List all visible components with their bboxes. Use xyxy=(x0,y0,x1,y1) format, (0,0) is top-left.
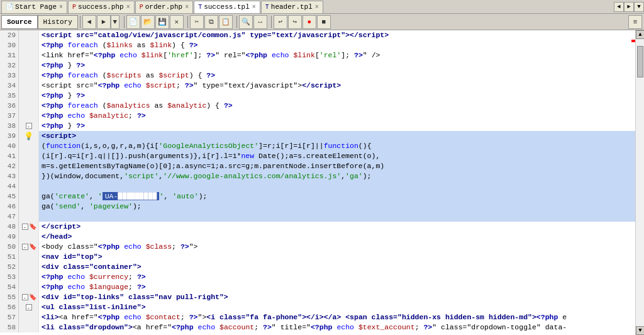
icon-gutter-cell xyxy=(19,171,39,181)
tab-close-order-php[interactable]: × xyxy=(185,4,189,11)
code-line[interactable]: <?php } ?> xyxy=(39,91,635,101)
fold-icon[interactable]: - xyxy=(22,294,28,300)
save-file-button[interactable]: 💾 xyxy=(155,15,169,29)
forward-button[interactable]: ► xyxy=(97,15,111,29)
code-line[interactable]: <script> xyxy=(39,131,635,141)
open-file-button[interactable]: 📂 xyxy=(141,15,155,29)
tab-close-success-php[interactable]: × xyxy=(126,4,130,11)
stop-button[interactable]: ■ xyxy=(317,15,331,29)
line-number: 40 xyxy=(0,141,19,151)
code-line[interactable]: <?php } ?> xyxy=(39,121,635,131)
bulb-icon[interactable]: 💡 xyxy=(24,132,33,141)
icon-gutter-cell: -🔖 xyxy=(19,242,39,252)
scroll-up-arrow[interactable]: ▲ xyxy=(636,30,644,39)
code-line[interactable]: })(window,document,'script','//www.googl… xyxy=(39,171,635,181)
icon-gutter-cell xyxy=(19,161,39,171)
settings-button[interactable]: ≡ xyxy=(628,15,642,29)
icon-gutter-cell xyxy=(19,252,39,262)
table-row: 32 <?php } ?> xyxy=(0,60,635,71)
toolbar-sep-3 xyxy=(187,16,188,28)
line-number: 52 xyxy=(0,262,19,272)
code-line[interactable]: <?php echo $language; ?> xyxy=(39,282,635,292)
table-row: 37 <?php echo $analytic; ?> xyxy=(0,111,635,121)
code-line[interactable]: <li class="dropdown"><a href="<?php echo… xyxy=(39,322,635,332)
history-button[interactable]: History xyxy=(38,15,78,29)
code-line[interactable]: <?php echo $analytic; ?> xyxy=(39,111,635,121)
code-line[interactable]: m=s.getElementsByTagName(o)[0];a.async=1… xyxy=(39,161,635,171)
table-row: 55-🔖 <div id="top-links" class="nav pull… xyxy=(0,292,635,302)
line-number: 36 xyxy=(0,101,19,111)
bookmark-icon[interactable]: 🔖 xyxy=(29,293,36,301)
code-line[interactable]: <link href="<?php echo $link['href']; ?>… xyxy=(39,50,635,60)
table-row: 41 (i[r].q=i[r].q||[]).push(arguments)},… xyxy=(0,151,635,161)
line-number: 29 xyxy=(0,30,19,40)
code-line[interactable]: <ul class="list-inline"> xyxy=(39,302,635,312)
code-line[interactable]: <nav id="top"> xyxy=(39,252,635,262)
code-line[interactable] xyxy=(39,181,635,191)
replace-button[interactable]: ↔ xyxy=(253,15,267,29)
icon-gutter-cell xyxy=(19,202,39,212)
scroll-thumb[interactable] xyxy=(637,46,643,77)
tab-start-page[interactable]: 📄 Start Page × xyxy=(1,1,67,13)
line-number: 32 xyxy=(0,60,19,71)
code-line[interactable]: <div id="top-links" class="nav pull-righ… xyxy=(39,292,635,302)
code-line[interactable]: <script src="<?php echo $script; ?>" typ… xyxy=(39,81,635,91)
tab-success-tpl[interactable]: T success.tpl × xyxy=(194,1,260,13)
close-file-button[interactable]: ✕ xyxy=(170,15,184,29)
code-line[interactable] xyxy=(39,212,635,222)
cut-button[interactable]: ✂ xyxy=(190,15,204,29)
code-line[interactable]: </script> xyxy=(39,222,635,232)
paste-button[interactable]: 📋 xyxy=(219,15,233,29)
scroll-down-arrow[interactable]: ▼ xyxy=(636,326,644,335)
code-line[interactable]: <li><a href="<?php echo $contact; ?>"><i… xyxy=(39,312,635,322)
code-line[interactable]: ga('create', 'UA-█████████', 'auto'); xyxy=(39,191,635,202)
back-button[interactable]: ◄ xyxy=(82,15,96,29)
line-number: 33 xyxy=(0,71,19,81)
line-number: 42 xyxy=(0,161,19,171)
fold-icon[interactable]: - xyxy=(22,224,28,230)
tab-header-tpl[interactable]: T header.tpl × xyxy=(261,1,323,13)
tab-icon-order-php: P xyxy=(140,4,143,11)
code-line[interactable]: <script src="catalog/view/javascript/com… xyxy=(39,30,635,40)
code-line[interactable]: ga('send', 'pageview'); xyxy=(39,202,635,212)
line-number: 38 xyxy=(0,121,19,131)
copy-button[interactable]: ⧉ xyxy=(204,15,218,29)
source-button[interactable]: Source xyxy=(1,15,38,29)
redo-button[interactable]: ↪ xyxy=(288,15,302,29)
code-line[interactable]: <?php } ?> xyxy=(39,60,635,71)
fold-icon[interactable]: - xyxy=(26,123,32,129)
bookmark-icon[interactable]: 🔖 xyxy=(29,223,36,230)
table-row: 54 <?php echo $language; ?> xyxy=(0,282,635,292)
code-line[interactable]: <body class="<?php echo $class; ?>"> xyxy=(39,242,635,252)
code-line[interactable]: (function(i,s,o,g,r,a,m){i['GoogleAnalyt… xyxy=(39,141,635,151)
tab-scroll-left[interactable]: ◄ xyxy=(614,2,624,12)
search-buttons-group: 🔍 ↔ xyxy=(239,15,268,29)
undo-button[interactable]: ↩ xyxy=(274,15,287,29)
tab-close-success-tpl[interactable]: × xyxy=(252,4,256,11)
code-line[interactable]: <?php foreach ($links as $link) { ?> xyxy=(39,40,635,50)
icon-gutter-cell xyxy=(19,151,39,161)
bookmark-icon[interactable]: 🔖 xyxy=(29,243,36,251)
toolbar-sep-5 xyxy=(271,16,272,28)
code-line[interactable]: <?php foreach ($scripts as $script) { ?> xyxy=(39,71,635,81)
error-indicator-bar: ▲ ▼ xyxy=(635,30,644,335)
tab-scroll-right[interactable]: ► xyxy=(624,2,634,12)
fold-icon[interactable]: - xyxy=(22,244,28,250)
dropdown-button[interactable]: ▼ xyxy=(111,15,119,29)
validate-button[interactable]: ● xyxy=(303,15,316,29)
tab-close-header-tpl[interactable]: × xyxy=(315,4,319,11)
code-line[interactable]: (i[r].q=i[r].q||[]).push(arguments)},i[r… xyxy=(39,151,635,161)
line-number: 37 xyxy=(0,111,19,121)
tab-success-php[interactable]: P success.php × xyxy=(68,1,135,13)
tab-list-dropdown[interactable]: ▼ xyxy=(634,2,644,12)
code-line[interactable]: <?php echo $currency; ?> xyxy=(39,272,635,282)
tab-order-php[interactable]: P order.php × xyxy=(135,1,193,13)
code-line[interactable]: </head> xyxy=(39,232,635,242)
tab-close-start[interactable]: × xyxy=(59,4,63,11)
code-line[interactable]: <div class="container"> xyxy=(39,262,635,272)
new-file-button[interactable]: 📄 xyxy=(126,15,140,29)
fold-icon[interactable]: - xyxy=(26,304,32,310)
code-line[interactable]: <?php foreach ($analytics as $analytic) … xyxy=(39,101,635,111)
find-button[interactable]: 🔍 xyxy=(239,15,253,29)
code-lines-container[interactable]: 29 <script src="catalog/view/javascript/… xyxy=(0,30,644,335)
